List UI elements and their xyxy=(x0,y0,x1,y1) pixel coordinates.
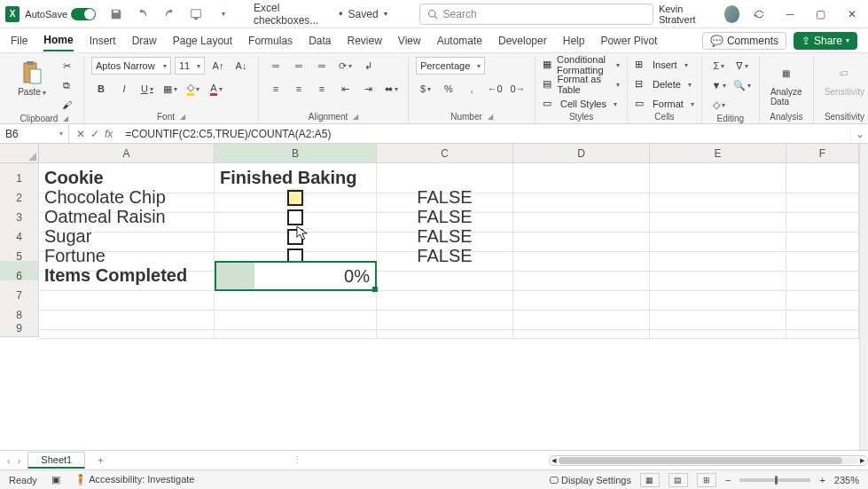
cancel-formula-icon[interactable]: ✕ xyxy=(76,128,85,140)
autosum-icon[interactable]: Σ xyxy=(709,57,729,75)
number-launcher-icon[interactable]: ◢ xyxy=(488,113,493,121)
worksheet[interactable]: A B C D E F 1 Cookie Finished Baking 2 C… xyxy=(0,144,868,450)
qat-more-icon[interactable] xyxy=(186,5,206,23)
grow-font-icon[interactable]: A↑ xyxy=(208,57,228,75)
sheet-tab[interactable]: Sheet1 xyxy=(27,452,85,469)
minimize-icon[interactable]: ─ xyxy=(779,2,802,27)
clear-icon[interactable]: ◇ xyxy=(709,96,729,114)
col-B[interactable]: B xyxy=(215,144,377,163)
tab-draw[interactable]: Draw xyxy=(132,31,157,51)
cell-B6[interactable]: 0% xyxy=(215,261,377,291)
sheet-nav-prev-icon[interactable]: ‹ xyxy=(7,455,11,466)
col-D[interactable]: D xyxy=(513,144,650,163)
formula-input[interactable]: =COUNTIF(C2:C5,TRUE)/COUNTA(A2:A5) xyxy=(120,128,850,140)
tab-power-pivot[interactable]: Power Pivot xyxy=(600,31,657,51)
coming-soon-icon[interactable] xyxy=(748,2,770,27)
sheet-nav-next-icon[interactable]: › xyxy=(18,455,21,466)
tab-automate[interactable]: Automate xyxy=(437,31,482,51)
wrap-text-icon[interactable]: ↲ xyxy=(358,57,378,75)
zoom-out-icon[interactable]: − xyxy=(725,475,731,485)
indent-increase-icon[interactable]: ⇥ xyxy=(358,80,378,98)
alignment-launcher-icon[interactable]: ◢ xyxy=(353,113,358,121)
undo-icon[interactable] xyxy=(133,5,152,23)
cell-F9[interactable] xyxy=(786,319,859,339)
comments-button[interactable]: 💬Comments xyxy=(702,32,786,50)
tab-developer[interactable]: Developer xyxy=(498,31,547,51)
col-E[interactable]: E xyxy=(650,144,786,163)
copy-icon[interactable]: ⧉ xyxy=(57,76,76,94)
zoom-level[interactable]: 235% xyxy=(834,475,859,485)
horizontal-scrollbar[interactable]: ◂▸ xyxy=(549,455,868,466)
format-button[interactable]: ▭Format xyxy=(635,96,694,112)
align-right-icon[interactable]: ≡ xyxy=(312,80,332,98)
sort-filter-icon[interactable]: ᐁ xyxy=(732,57,752,75)
col-F[interactable]: F xyxy=(786,144,859,163)
italic-button[interactable]: I xyxy=(114,80,134,98)
cell-D9[interactable] xyxy=(513,319,650,339)
fill-color-icon[interactable]: ◇ xyxy=(184,80,203,98)
autosave-toggle[interactable]: AutoSave xyxy=(25,8,96,20)
align-middle-icon[interactable]: ═ xyxy=(289,57,309,75)
page-layout-view-icon[interactable]: ▤ xyxy=(669,473,688,487)
insert-button[interactable]: ⊞Insert xyxy=(635,57,688,73)
macro-record-icon[interactable]: ▣ xyxy=(51,474,60,485)
redo-icon[interactable] xyxy=(160,5,179,23)
tab-insert[interactable]: Insert xyxy=(90,31,116,51)
increase-decimal-icon[interactable]: ←0 xyxy=(485,80,504,98)
delete-button[interactable]: ⊟Delete xyxy=(635,76,692,92)
maximize-icon[interactable]: ▢ xyxy=(810,2,833,27)
username[interactable]: Kevin Stratvert xyxy=(659,4,716,25)
save-icon[interactable] xyxy=(106,5,126,23)
conditional-formatting-button[interactable]: ▦Conditional Formatting xyxy=(543,57,620,73)
add-sheet-icon[interactable]: ＋ xyxy=(92,453,108,469)
fill-icon[interactable]: ▼ xyxy=(709,76,729,94)
number-format-select[interactable]: Percentage xyxy=(416,57,485,75)
avatar[interactable] xyxy=(724,5,740,23)
orientation-icon[interactable]: ⟳ xyxy=(335,57,355,75)
tab-view[interactable]: View xyxy=(398,31,421,51)
tab-formulas[interactable]: Formulas xyxy=(248,31,293,51)
percent-icon[interactable]: % xyxy=(439,80,458,98)
font-size-select[interactable]: 11 xyxy=(175,57,205,75)
tab-file[interactable]: File xyxy=(11,31,27,51)
split-handle-icon[interactable]: ⋮ xyxy=(293,454,302,466)
fill-handle[interactable] xyxy=(372,287,378,292)
indent-decrease-icon[interactable]: ⇤ xyxy=(335,80,355,98)
underline-button[interactable]: U xyxy=(137,80,157,98)
zoom-slider[interactable] xyxy=(739,478,810,482)
cell-C9[interactable] xyxy=(377,319,513,339)
format-as-table-button[interactable]: ▤Format as Table xyxy=(543,76,620,92)
row-9[interactable]: 9 xyxy=(0,319,39,337)
clipboard-launcher-icon[interactable]: ◢ xyxy=(63,114,68,122)
merge-icon[interactable]: ⬌ xyxy=(381,80,401,98)
normal-view-icon[interactable]: ▦ xyxy=(640,473,660,487)
decrease-decimal-icon[interactable]: 0→ xyxy=(508,80,528,98)
comma-icon[interactable]: , xyxy=(462,80,481,98)
page-break-view-icon[interactable]: ⊞ xyxy=(697,473,716,487)
border-icon[interactable]: ▦ xyxy=(160,80,180,98)
filename[interactable]: Excel checkboxes... • Saved ▾ xyxy=(254,2,387,27)
tab-page-layout[interactable]: Page Layout xyxy=(173,31,232,51)
col-C[interactable]: C xyxy=(377,144,513,163)
confirm-formula-icon[interactable]: ✓ xyxy=(90,128,99,140)
align-center-icon[interactable]: ≡ xyxy=(289,80,309,98)
cell-A9[interactable] xyxy=(39,319,215,339)
close-icon[interactable]: ✕ xyxy=(841,2,863,27)
cell-E9[interactable] xyxy=(650,319,786,339)
zoom-in-icon[interactable]: + xyxy=(819,475,825,485)
align-bottom-icon[interactable]: ═ xyxy=(312,57,332,75)
currency-icon[interactable]: $ xyxy=(416,80,435,98)
find-select-icon[interactable]: 🔍 xyxy=(732,76,752,94)
tab-data[interactable]: Data xyxy=(309,31,331,51)
expand-formula-icon[interactable]: ⌄ xyxy=(850,124,868,143)
tab-review[interactable]: Review xyxy=(347,31,381,51)
name-box[interactable]: B6▾ xyxy=(0,124,69,143)
align-top-icon[interactable]: ═ xyxy=(266,57,285,75)
font-launcher-icon[interactable]: ◢ xyxy=(180,113,185,121)
format-painter-icon[interactable]: 🖌 xyxy=(57,96,76,114)
cell-styles-button[interactable]: ▭Cell Styles xyxy=(543,96,617,112)
align-left-icon[interactable]: ≡ xyxy=(266,80,285,98)
analyze-data-button[interactable]: ▦Analyze Data xyxy=(767,57,806,110)
search-box[interactable]: Search xyxy=(419,4,653,25)
select-all-corner[interactable] xyxy=(0,144,39,163)
